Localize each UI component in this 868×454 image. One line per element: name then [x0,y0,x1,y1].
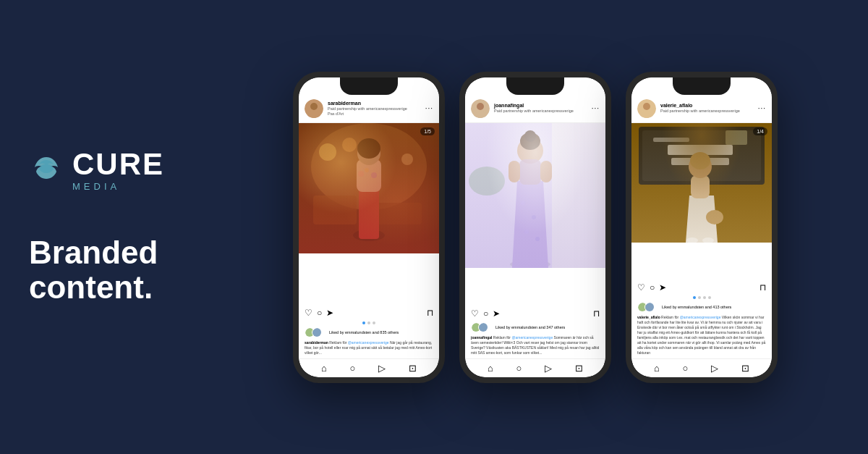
ig-bottom-nav-2: ⌂ ○ ▷ ⊡ [465,358,605,377]
comment-icon-1[interactable]: ○ [317,308,322,318]
cure-logo-icon [29,153,64,188]
tagline: Brandedcontent. [29,235,174,306]
ig-dot-2 [367,321,370,324]
ig-likes-text-1: Liked by emmalundsten and 835 others [329,330,399,335]
svg-rect-32 [509,161,520,182]
ig-image-3: 1/4 [631,123,772,279]
ig-dots-nav-3 [631,295,772,300]
svg-point-50 [687,237,716,243]
ig-header-2: joannafingal Paid partnership with ameri… [465,95,605,123]
ig-likes-2: Liked by emmalundsten and 347 others [465,321,605,334]
svg-point-15 [358,171,364,177]
svg-point-30 [524,130,536,142]
svg-point-17 [371,172,377,178]
svg-point-8 [342,138,357,152]
svg-point-52 [689,155,712,178]
search-icon-3[interactable]: ○ [683,363,689,374]
svg-point-53 [690,152,710,169]
phone-1-screen: sarabiderman Paid partnership with ameri… [299,77,439,377]
ig-header-3: valerie_aflalo Paid partnership with ame… [631,95,772,123]
reels-icon-1[interactable]: ▷ [378,363,386,374]
ig-menu-dots-1[interactable]: ··· [425,104,433,112]
ig-username-2: joannafingal [494,103,592,109]
svg-point-9 [401,154,413,165]
ig-menu-dots-2[interactable]: ··· [592,104,600,112]
home-icon-1[interactable]: ⌂ [321,363,327,374]
svg-rect-49 [726,130,747,145]
shop-icon-2[interactable]: ⊡ [575,363,583,374]
ig-dot-3 [373,321,375,324]
bookmark-icon-3[interactable]: ⊓ [760,282,766,293]
share-icon-3[interactable]: ➤ [659,282,666,293]
share-icon-2[interactable]: ➤ [493,308,500,319]
ig-caption-username-1: sarabiderman [305,340,329,345]
phone-1: sarabiderman Paid partnership with ameri… [293,72,445,383]
ig-partnership-2: Paid partnership with americanexpressver… [494,109,592,114]
svg-point-34 [521,201,525,205]
svg-point-55 [686,237,698,243]
shop-icon-3[interactable]: ⊡ [741,363,749,374]
svg-point-28 [517,138,543,164]
left-panel: CURE MEDIA Brandedcontent. [0,0,203,454]
heart-icon-3[interactable]: ♡ [637,282,645,293]
comment-icon-2[interactable]: ○ [483,308,488,319]
ig-user-info-2: joannafingal Paid partnership with ameri… [494,103,592,114]
logo-text: CURE MEDIA [72,149,164,192]
svg-point-21 [477,103,484,110]
reels-icon-2[interactable]: ▷ [545,363,552,374]
search-icon-2[interactable]: ○ [516,363,522,374]
share-icon-1[interactable]: ➤ [326,308,333,318]
heart-icon-2[interactable]: ♡ [471,308,479,319]
svg-point-56 [702,237,714,243]
svg-rect-12 [357,159,381,192]
ig-dot3-4 [708,296,711,299]
avatar-3 [637,99,656,118]
ig-image-2 [465,123,605,305]
ig-dot3-active [693,296,696,299]
svg-point-7 [319,143,336,161]
ig-caption-2: joannafingal Reklam för @americanexpress… [465,334,605,358]
ig-caption-1: sarabiderman Reklam för @americanexpress… [299,339,439,358]
heart-icon-1[interactable]: ♡ [305,308,312,318]
bookmark-icon-2[interactable]: ⊓ [593,308,600,319]
svg-rect-31 [519,159,541,185]
home-icon-3[interactable]: ⌂ [654,363,660,374]
shop-icon-1[interactable]: ⊡ [409,363,417,374]
ig-caption-username-2: joannafingal [471,335,493,340]
reels-icon-3[interactable]: ▷ [711,363,718,374]
svg-rect-6 [371,203,422,224]
svg-rect-33 [540,161,552,182]
ig-user-info-1: sarabiderman Paid partnership with ameri… [328,101,425,117]
svg-rect-46 [653,138,689,142]
svg-rect-24 [552,123,605,268]
logo-media-text: MEDIA [72,181,164,192]
ig-partnership-1: Paid partnership with americanexpressver… [328,106,425,112]
svg-point-19 [312,328,322,337]
search-icon-1[interactable]: ○ [350,363,356,374]
ig-likes-3: Liked by emmalundsten and 413 others [631,300,772,314]
ig-username-1: sarabiderman [328,101,425,106]
svg-rect-43 [631,123,772,243]
phone-2: joannafingal Paid partnership with ameri… [459,72,611,383]
home-icon-2[interactable]: ⌂ [488,363,493,374]
phones-area: sarabiderman Paid partnership with ameri… [203,57,868,398]
svg-point-13 [357,142,380,165]
ig-slide-3: 1/4 [753,127,767,135]
comment-icon-3[interactable]: ○ [650,282,655,293]
ig-caption-text-3: Reklam för @americanexpressverige Vilken… [637,315,765,355]
ig-username-3: valerie_aflalo [660,103,758,109]
ig-user-info-3: valerie_aflalo Paid partnership with ame… [660,103,758,114]
svg-point-1 [310,103,318,110]
bookmark-icon-1[interactable]: ⊓ [427,308,433,318]
svg-point-14 [357,138,380,159]
svg-point-39 [479,323,488,332]
ig-menu-dots-3[interactable]: ··· [758,104,766,112]
svg-rect-47 [668,145,733,155]
ig-likes-text-2: Liked by emmalundsten and 347 others [495,325,565,329]
ig-bottom-nav-1: ⌂ ○ ▷ ⊡ [299,358,439,377]
svg-rect-51 [691,175,710,198]
ig-caption-3: valerie_aflalo Reklam för @americanexpre… [631,314,772,358]
ig-actions-1: ♡ ○ ➤ ⊓ [299,304,439,320]
svg-rect-5 [313,196,357,224]
svg-point-16 [365,168,369,172]
